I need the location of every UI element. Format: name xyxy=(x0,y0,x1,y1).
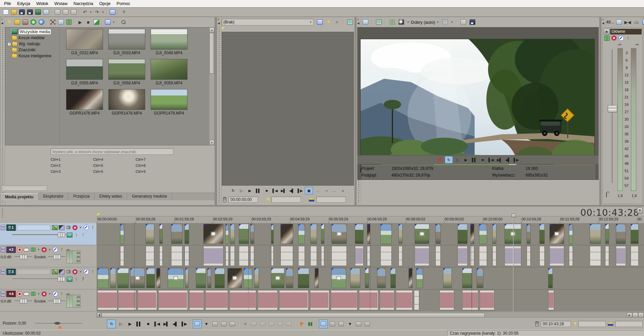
bus-gear-icon[interactable] xyxy=(611,36,617,41)
timeline-clip[interactable] xyxy=(390,268,396,288)
timeline-clip[interactable] xyxy=(158,290,188,310)
timeline-clip[interactable] xyxy=(504,246,521,266)
bus-mute-icon[interactable] xyxy=(618,36,624,41)
selection-end-field[interactable] xyxy=(615,321,643,327)
timeline-clip[interactable] xyxy=(280,246,293,266)
stop-icon[interactable]: ■ xyxy=(479,156,486,163)
select-range-icon[interactable]: ↔ xyxy=(331,187,338,194)
media-file-item[interactable]: GOPR1479.MP4 xyxy=(148,89,190,116)
timeline-clip[interactable] xyxy=(350,268,360,288)
extract-audio-icon[interactable] xyxy=(30,18,37,26)
mixer-properties-icon[interactable] xyxy=(615,18,623,26)
media-files-grid[interactable]: DJI_0032.MP4DJI_0033.MP4DJI_0049.MP4DJI_… xyxy=(60,27,205,145)
zoom-edit-tool-icon[interactable] xyxy=(228,320,236,328)
solo-icon[interactable]: ! xyxy=(59,247,65,252)
timeline-clip[interactable] xyxy=(331,224,347,244)
stop-preview-icon[interactable]: ■ xyxy=(85,18,92,26)
timeline-clip[interactable] xyxy=(184,246,189,266)
media-file-item[interactable]: DJI_0058.MP4 xyxy=(106,59,148,85)
tree-item-kosze-mediów[interactable]: Kosze mediów xyxy=(5,35,59,41)
media-file-item[interactable]: DJI_0059.MP4 xyxy=(148,59,190,85)
timeline-clip[interactable] xyxy=(380,246,392,266)
marker-icon[interactable] xyxy=(97,213,100,216)
timeline-clip[interactable] xyxy=(196,268,206,288)
meter-right[interactable] xyxy=(631,48,636,191)
menu-opcje[interactable]: Opcje xyxy=(97,0,114,7)
timeline-clip[interactable] xyxy=(355,224,364,244)
mute-icon[interactable] xyxy=(52,291,58,296)
timeline-clip[interactable] xyxy=(365,268,369,288)
timeline-clip[interactable] xyxy=(462,290,478,310)
track-number-badge[interactable]: 1 xyxy=(6,224,16,231)
save-project-icon[interactable] xyxy=(18,8,25,16)
timeline-clip[interactable] xyxy=(271,224,274,244)
timeline-clip[interactable] xyxy=(539,224,545,244)
timeline-clip[interactable] xyxy=(396,290,413,310)
track-header-3[interactable]: 3 ▼ ! α ⤵ ⤴ xyxy=(0,267,96,289)
bypass-motion-blur-icon[interactable] xyxy=(52,225,58,230)
timeline-clip[interactable] xyxy=(331,246,347,266)
loop-playback-icon[interactable]: ↻ xyxy=(445,156,453,163)
track-fx-icon[interactable] xyxy=(30,291,36,296)
timeline-clip[interactable] xyxy=(458,224,468,244)
timeline-clip[interactable] xyxy=(470,246,474,266)
make-parent-icon[interactable]: ⤴ xyxy=(80,232,86,238)
make-parent-icon[interactable]: ⤴ xyxy=(80,277,86,282)
timeline-clip[interactable] xyxy=(414,290,419,310)
timeline-clip[interactable] xyxy=(185,268,189,288)
track-level-slider[interactable] xyxy=(12,278,66,280)
media-file-item[interactable]: GOPR1476.MP4 xyxy=(63,89,106,116)
composite-alpha-icon[interactable]: α xyxy=(67,277,72,282)
automation-settings-icon[interactable] xyxy=(72,269,78,274)
media-plugin-icon[interactable] xyxy=(65,18,72,26)
quality-dropdown-icon[interactable]: ▼ xyxy=(407,18,410,26)
timeline-clip[interactable] xyxy=(439,290,454,310)
bus-plugin-icon[interactable] xyxy=(604,36,610,41)
timeline-clip[interactable] xyxy=(539,246,545,266)
timeline-clip[interactable] xyxy=(470,224,474,244)
scroll-down-icon[interactable]: ▼ xyxy=(209,140,214,145)
play-icon[interactable]: ▶ xyxy=(246,187,254,194)
scrollbar-thumb[interactable] xyxy=(210,33,214,74)
tree-item-wszystkie-media[interactable]: Wszystkie media xyxy=(5,29,59,35)
timeline-clip[interactable] xyxy=(616,246,626,266)
close-icon[interactable]: × xyxy=(602,18,604,21)
timeline-clip[interactable] xyxy=(548,290,554,310)
timeline-clip[interactable] xyxy=(184,224,189,244)
minimize-track-icon[interactable] xyxy=(1,291,5,296)
chevron-down-icon[interactable]: ▼ xyxy=(37,246,40,253)
timeline-clip[interactable] xyxy=(286,268,293,288)
timeline-clip[interactable] xyxy=(590,224,601,244)
undo-dropdown-icon[interactable]: ▼ xyxy=(89,8,93,16)
track-lane-4[interactable] xyxy=(97,289,644,312)
timeline-clip[interactable] xyxy=(239,246,249,266)
scroll-right-icon[interactable]: › xyxy=(46,187,47,190)
insert-region-icon[interactable] xyxy=(306,320,314,328)
pause-icon[interactable]: ▌▌ xyxy=(471,156,478,163)
panel-grip[interactable]: ×◀ xyxy=(0,17,5,205)
pause-icon[interactable]: ▌▌ xyxy=(135,320,143,328)
timeline-clip[interactable] xyxy=(435,246,441,266)
remove-unused-media-icon[interactable] xyxy=(49,18,56,26)
timeline-clip[interactable] xyxy=(355,246,364,266)
timeline-h-scrollbar[interactable]: ▐ ▶ − + xyxy=(97,312,644,318)
timeline-clip[interactable] xyxy=(118,290,136,310)
import-media-icon[interactable] xyxy=(13,18,21,26)
timeline-clip[interactable] xyxy=(380,224,392,244)
pan-crop-badge-icon[interactable] xyxy=(174,276,178,280)
split-trim-left-icon[interactable] xyxy=(259,320,267,328)
timeline-clip[interactable] xyxy=(117,268,129,288)
close-icon[interactable]: × xyxy=(1,18,3,21)
transport-more-icon[interactable]: » xyxy=(339,187,346,194)
chevron-down-icon[interactable]: ▼ xyxy=(48,246,51,253)
timeline-clip[interactable] xyxy=(254,268,259,288)
overlay-dropdown-icon[interactable]: ▼ xyxy=(450,18,453,26)
views-dropdown-icon[interactable]: ▼ xyxy=(112,18,115,26)
pin-icon[interactable]: ◀ xyxy=(602,22,604,25)
remove-fx-icon[interactable]: ✕ xyxy=(333,18,341,26)
previous-frame-icon[interactable]: ◀▌ xyxy=(288,187,296,194)
trimmer-view[interactable] xyxy=(222,32,354,186)
volume-slider[interactable] xyxy=(14,300,32,302)
bus-name[interactable]: Główne xyxy=(610,29,642,35)
track-lane-2[interactable] xyxy=(97,245,644,267)
